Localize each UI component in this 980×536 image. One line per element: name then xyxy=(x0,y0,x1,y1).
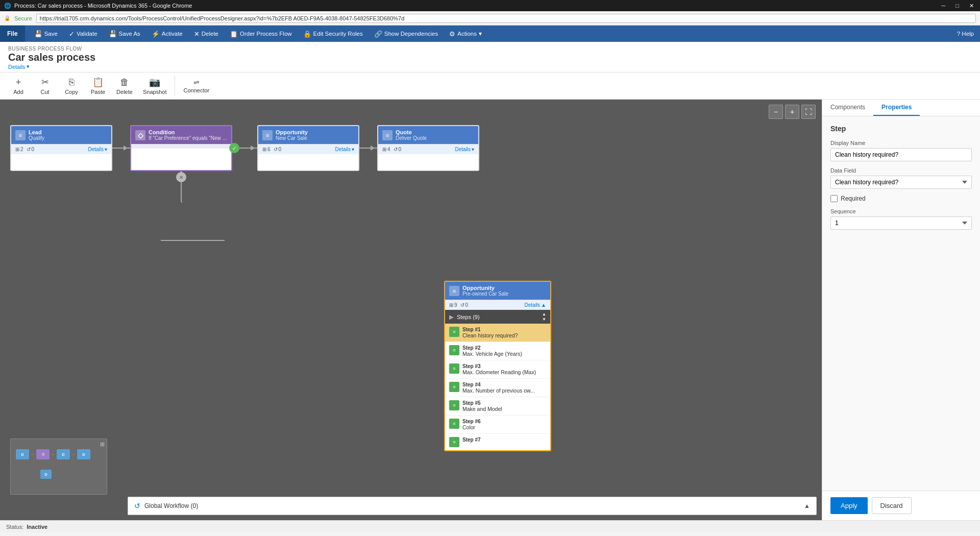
details-link[interactable]: Details ▾ xyxy=(8,63,972,70)
actions-btn[interactable]: ⚙ Actions ▾ xyxy=(444,26,487,41)
actions-icon: ⚙ xyxy=(449,30,455,38)
add-icon: + xyxy=(16,77,21,88)
lead-details-btn[interactable]: Details ▾ xyxy=(88,147,107,152)
delete-toolbar-btn[interactable]: 🗑 Delete xyxy=(112,75,137,97)
status-label: Status: xyxy=(6,524,23,530)
quote-stat-workflows: ↺ 0 xyxy=(394,147,402,152)
opp-new-stat-steps: ⊞ 6 xyxy=(262,147,271,152)
quote-node[interactable]: ≡ Quote Deliver Quote ⊞ 4 ↺ 0 xyxy=(377,125,479,171)
global-workflow-icon: ↺ xyxy=(134,502,140,510)
step-item-7[interactable]: ≡ Step #7 xyxy=(445,434,550,450)
preowned-steps-icon: ⊞ xyxy=(449,302,453,308)
preowned-header: ≡ Opportunity Pre-owned Car Sale xyxy=(445,282,550,300)
mini-nodes: D ◇ D D D xyxy=(11,439,107,465)
step-7-num: Step #7 xyxy=(462,437,481,443)
save-btn[interactable]: 💾 Save xyxy=(29,26,63,41)
required-label: Required xyxy=(841,195,866,202)
display-name-label: Display Name xyxy=(830,140,972,146)
lead-stat-steps: ⊞ 2 xyxy=(15,147,23,152)
fit-screen-btn[interactable]: ⛶ xyxy=(801,105,816,119)
step-2-icon: ≡ xyxy=(449,345,459,355)
preowned-chevron-icon: ▲ xyxy=(541,302,546,308)
save-as-btn[interactable]: 💾 Save As xyxy=(104,26,145,41)
validate-btn[interactable]: ✓ Validate xyxy=(64,26,103,41)
display-name-input[interactable] xyxy=(830,148,972,161)
condition-node[interactable]: ◇ Condition If "Car Preference" equals "… xyxy=(130,125,232,171)
connector-btn[interactable]: ⇌ Connector xyxy=(179,76,213,95)
opportunity-new-node[interactable]: ≡ Opportunity New Car Sale ⊞ 6 ↺ xyxy=(257,125,359,171)
secure-label: Secure xyxy=(14,15,32,21)
condition-node-icon: ◇ xyxy=(135,130,145,140)
data-field-label: Data Field xyxy=(830,167,972,174)
title-bar-text: Process: Car sales process - Microsoft D… xyxy=(14,3,192,9)
step-5-num: Step #5 xyxy=(462,400,502,406)
add-btn[interactable]: + Add xyxy=(6,75,31,97)
minimap: ⊞ D ◇ D D D xyxy=(10,438,107,495)
save-as-icon: 💾 xyxy=(109,30,117,38)
help-btn[interactable]: ? Help xyxy=(957,31,974,37)
discard-btn[interactable]: Discard xyxy=(872,497,912,514)
preowned-details-btn[interactable]: Details ▲ xyxy=(525,302,546,308)
step-item-2[interactable]: ≡ Step #2 Max. Vehicle Age (Years) xyxy=(445,342,550,360)
mini-node-3: D xyxy=(57,449,70,459)
preowned-steps-popup[interactable]: ≡ Opportunity Pre-owned Car Sale ⊞ 9 ↺ 0 xyxy=(444,281,551,451)
global-workflow-bar[interactable]: ↺ Global Workflow (0) ▲ xyxy=(128,497,817,515)
url-input[interactable]: https://trial1705.crm.dynamics.com/Tools… xyxy=(36,14,976,23)
steps-list: ≡ Step #1 Clean history required? ≡ Step… xyxy=(445,324,550,450)
flow-arrow-3 xyxy=(359,148,377,149)
step-item-4[interactable]: ≡ Step #4 Max. Number of previous ow... xyxy=(445,379,550,397)
minimize-btn[interactable]: ─ xyxy=(940,3,948,9)
preowned-workflow-icon: ↺ xyxy=(460,302,464,308)
zoom-in-btn[interactable]: + xyxy=(785,105,799,119)
apply-btn[interactable]: Apply xyxy=(830,497,868,514)
preowned-stat-steps: ⊞ 9 xyxy=(449,302,457,308)
step-6-icon: ≡ xyxy=(449,419,459,429)
zoom-out-btn[interactable]: − xyxy=(769,105,783,119)
step-item-1[interactable]: ≡ Step #1 Clean history required? xyxy=(445,324,550,342)
quote-details-btn[interactable]: Details ▾ xyxy=(455,147,474,152)
lead-node-wrapper: ≡ Lead Qualify ⊞ 2 ↺ 0 xyxy=(10,125,112,171)
panel-section-title: Step xyxy=(830,125,972,133)
secure-icon: 🔒 xyxy=(4,15,10,21)
process-flow-row: ≡ Lead Qualify ⊞ 2 ↺ 0 xyxy=(10,125,479,171)
mini-node-2: ◇ xyxy=(36,449,50,459)
edit-security-roles-btn[interactable]: 🔒 Edit Security Roles xyxy=(298,26,368,41)
close-btn[interactable]: ✕ xyxy=(967,3,976,9)
tab-components[interactable]: Components xyxy=(822,100,873,116)
snapshot-btn[interactable]: 📷 Snapshot xyxy=(139,75,170,97)
canvas-toolbar: − + ⛶ xyxy=(769,105,816,119)
canvas[interactable]: − + ⛶ ≡ Lead Qualify ⊞ xyxy=(0,100,822,520)
order-process-flow-btn[interactable]: 📋 Order Process Flow xyxy=(225,26,297,41)
tab-properties[interactable]: Properties xyxy=(873,100,920,116)
sort-arrows[interactable]: ▲ ▼ xyxy=(542,312,546,322)
step-item-5[interactable]: ≡ Step #5 Make and Model xyxy=(445,397,550,416)
cut-btn[interactable]: ✂ Cut xyxy=(33,75,57,97)
step-item-6[interactable]: ≡ Step #6 Color xyxy=(445,416,550,434)
connector-icon: ⇌ xyxy=(193,78,200,86)
opportunity-new-node-wrapper: ≡ Opportunity New Car Sale ⊞ 6 ↺ xyxy=(257,125,359,171)
global-workflow-text: Global Workflow (0) xyxy=(144,502,198,509)
minimap-expand-icon[interactable]: ⊞ xyxy=(100,441,105,448)
lead-stat-workflows: ↺ 0 xyxy=(27,147,35,152)
condition-h-connect xyxy=(181,202,182,203)
paste-btn[interactable]: 📋 Paste xyxy=(86,75,110,97)
copy-btn[interactable]: ⎘ Copy xyxy=(59,75,84,97)
data-field-select[interactable]: Clean history required? xyxy=(830,176,972,189)
opp-new-subtitle: New Car Sale xyxy=(276,135,308,141)
step-item-3[interactable]: ≡ Step #3 Max. Odometer Reading (Max) xyxy=(445,360,550,379)
sequence-select[interactable]: 1 xyxy=(830,216,972,230)
opp-steps-icon: ⊞ xyxy=(262,147,266,152)
activate-btn[interactable]: ⚡ Activate xyxy=(146,26,188,41)
maximize-btn[interactable]: □ xyxy=(953,3,961,9)
steps-title: Steps (9) xyxy=(457,314,480,320)
quote-node-header: ≡ Quote Deliver Quote xyxy=(378,126,478,144)
opp-new-details-btn[interactable]: Details ▾ xyxy=(335,147,354,152)
lead-node[interactable]: ≡ Lead Qualify ⊞ 2 ↺ 0 xyxy=(10,125,112,171)
required-checkbox[interactable] xyxy=(830,195,838,202)
delete-btn[interactable]: ✕ Delete xyxy=(189,26,224,41)
show-dependencies-btn[interactable]: 🔗 Show Dependencies xyxy=(369,26,444,41)
preowned-subtitle: Pre-owned Car Sale xyxy=(462,291,508,297)
file-menu-btn[interactable]: File xyxy=(0,26,25,42)
step-3-name: Max. Odometer Reading (Max) xyxy=(462,369,536,375)
status-bar: Status: Inactive xyxy=(0,520,980,532)
